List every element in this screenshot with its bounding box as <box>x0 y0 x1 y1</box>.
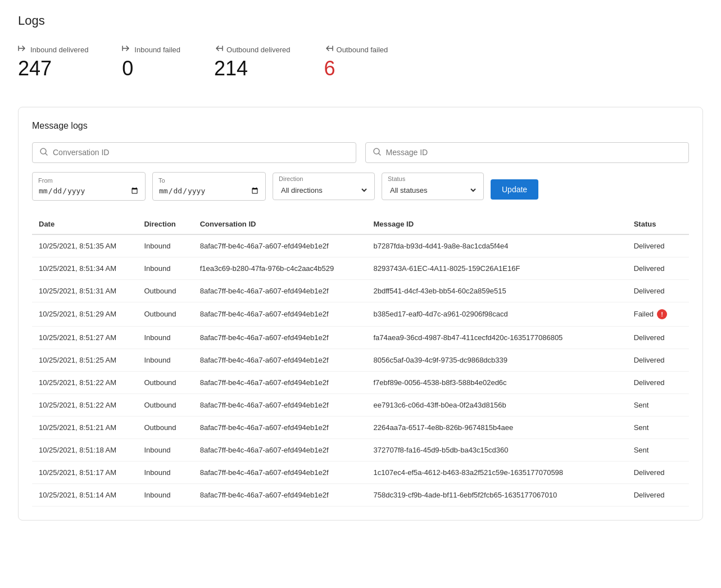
table-row: 10/25/2021, 8:51:17 AMInbound8afac7ff-be… <box>32 461 689 483</box>
cell-msg-id: 2264aa7a-6517-4e8b-826b-9674815b4aee <box>367 416 627 438</box>
cell-date: 10/25/2021, 8:51:25 AM <box>32 349 137 371</box>
message-id-search-box <box>365 142 690 163</box>
table-row: 10/25/2021, 8:51:34 AMInboundf1ea3c69-b2… <box>32 257 689 279</box>
table-row: 10/25/2021, 8:51:22 AMOutbound8afac7ff-b… <box>32 393 689 416</box>
cell-direction: Outbound <box>137 371 193 393</box>
cell-status: Failed! <box>627 302 689 326</box>
cell-msg-id: 8056c5af-0a39-4c9f-9735-dc9868dcb339 <box>367 349 627 371</box>
cell-msg-id: 1c107ec4-ef5a-4612-b463-83a2f521c59e-163… <box>367 461 627 483</box>
outbound-delivered-icon <box>214 44 223 55</box>
cell-direction: Outbound <box>137 416 193 438</box>
cell-conv-id: 8afac7ff-be4c-46a7-a607-efd494eb1e2f <box>193 416 367 438</box>
status-text: Failed <box>634 310 654 318</box>
cell-status: Delivered <box>627 461 689 483</box>
failed-icon: ! <box>657 309 667 319</box>
stat-inbound-failed-label: Inbound failed <box>134 46 180 54</box>
cell-direction: Inbound <box>137 461 193 483</box>
stat-outbound-delivered-label: Outbound delivered <box>226 46 290 54</box>
stat-outbound-failed: Outbound failed 6 <box>324 44 388 80</box>
cell-status: Delivered <box>627 234 689 257</box>
stat-inbound-delivered: Inbound delivered 247 <box>18 44 88 80</box>
status-field: Status All statuses Delivered Failed Sen… <box>382 173 484 200</box>
cell-date: 10/25/2021, 8:51:27 AM <box>32 326 137 349</box>
cell-msg-id: 758dc319-cf9b-4ade-bf11-6ebf5f2fcb65-163… <box>367 483 627 506</box>
cell-status: Delivered <box>627 371 689 393</box>
stats-row: Inbound delivered 247 Inbound failed 0 <box>18 44 703 89</box>
direction-field: Direction All directions Inbound Outboun… <box>273 173 375 200</box>
cell-date: 10/25/2021, 8:51:31 AM <box>32 279 137 302</box>
message-id-input[interactable] <box>386 148 682 157</box>
status-select[interactable]: All statuses Delivered Failed Sent <box>388 183 478 197</box>
cell-msg-id: fa74aea9-36cd-4987-8b47-411cecfd420c-163… <box>367 326 627 349</box>
message-search-icon <box>373 147 382 158</box>
cell-date: 10/25/2021, 8:51:22 AM <box>32 393 137 416</box>
table-header: Date Direction Conversation ID Message I… <box>32 214 689 234</box>
cell-msg-id: ee7913c6-c06d-43ff-b0ea-0f2a43d8156b <box>367 393 627 416</box>
col-header-status: Status <box>627 214 689 234</box>
table-row: 10/25/2021, 8:51:27 AMInbound8afac7ff-be… <box>32 326 689 349</box>
direction-select[interactable]: All directions Inbound Outbound <box>279 183 369 197</box>
cell-conv-id: f1ea3c69-b280-47fa-976b-c4c2aac4b529 <box>193 257 367 279</box>
from-date-input[interactable] <box>38 186 139 196</box>
table-row: 10/25/2021, 8:51:31 AMOutbound8afac7ff-b… <box>32 279 689 302</box>
cell-direction: Outbound <box>137 279 193 302</box>
table-row: 10/25/2021, 8:51:29 AMOutbound8afac7ff-b… <box>32 302 689 326</box>
cell-msg-id: f7ebf89e-0056-4538-b8f3-588b4e02ed6c <box>367 371 627 393</box>
inbound-failed-icon <box>122 44 131 55</box>
stat-outbound-delivered-value: 214 <box>214 57 290 80</box>
table-row: 10/25/2021, 8:51:14 AMInbound8afac7ff-be… <box>32 483 689 506</box>
col-header-date: Date <box>32 214 137 234</box>
update-button[interactable]: Update <box>491 179 538 200</box>
cell-msg-id: 372707f8-fa16-45d9-b5db-ba43c15cd360 <box>367 438 627 461</box>
table-row: 10/25/2021, 8:51:18 AMInbound8afac7ff-be… <box>32 438 689 461</box>
cell-date: 10/25/2021, 8:51:18 AM <box>32 438 137 461</box>
stat-outbound-failed-label: Outbound failed <box>337 46 388 54</box>
to-label: To <box>158 177 260 184</box>
cell-status: Delivered <box>627 483 689 506</box>
cell-conv-id: 8afac7ff-be4c-46a7-a607-efd494eb1e2f <box>193 483 367 506</box>
stat-inbound-delivered-label: Inbound delivered <box>30 46 88 54</box>
table-row: 10/25/2021, 8:51:35 AMInbound8afac7ff-be… <box>32 234 689 257</box>
page-title: Logs <box>18 13 703 28</box>
filters-row: From To Direction All directions Inbound… <box>32 172 689 201</box>
message-logs-table: Date Direction Conversation ID Message I… <box>32 214 689 506</box>
stat-outbound-failed-value: 6 <box>324 57 388 80</box>
cell-msg-id: b7287fda-b93d-4d41-9a8e-8ac1cda5f4e4 <box>367 234 627 257</box>
cell-direction: Inbound <box>137 257 193 279</box>
cell-date: 10/25/2021, 8:51:14 AM <box>32 483 137 506</box>
cell-date: 10/25/2021, 8:51:34 AM <box>32 257 137 279</box>
cell-status: Delivered <box>627 257 689 279</box>
cell-direction: Inbound <box>137 438 193 461</box>
cell-conv-id: 8afac7ff-be4c-46a7-a607-efd494eb1e2f <box>193 326 367 349</box>
cell-direction: Inbound <box>137 326 193 349</box>
conversation-id-input[interactable] <box>53 148 349 157</box>
cell-conv-id: 8afac7ff-be4c-46a7-a607-efd494eb1e2f <box>193 302 367 326</box>
cell-msg-id: 2bdff541-d4cf-43eb-bb54-60c2a859e515 <box>367 279 627 302</box>
cell-status: Sent <box>627 438 689 461</box>
cell-status: Delivered <box>627 349 689 371</box>
cell-conv-id: 8afac7ff-be4c-46a7-a607-efd494eb1e2f <box>193 234 367 257</box>
inbound-delivered-icon <box>18 44 27 55</box>
cell-date: 10/25/2021, 8:51:29 AM <box>32 302 137 326</box>
cell-date: 10/25/2021, 8:51:17 AM <box>32 461 137 483</box>
table-row: 10/25/2021, 8:51:21 AMOutbound8afac7ff-b… <box>32 416 689 438</box>
cell-conv-id: 8afac7ff-be4c-46a7-a607-efd494eb1e2f <box>193 349 367 371</box>
col-header-msg-id: Message ID <box>367 214 627 234</box>
card-title: Message logs <box>32 121 689 131</box>
to-date-input[interactable] <box>158 186 260 196</box>
cell-direction: Outbound <box>137 393 193 416</box>
col-header-direction: Direction <box>137 214 193 234</box>
cell-status: Delivered <box>627 279 689 302</box>
table-body: 10/25/2021, 8:51:35 AMInbound8afac7ff-be… <box>32 234 689 506</box>
cell-status: Sent <box>627 416 689 438</box>
table-row: 10/25/2021, 8:51:25 AMInbound8afac7ff-be… <box>32 349 689 371</box>
cell-direction: Inbound <box>137 483 193 506</box>
message-logs-card: Message logs <box>18 107 703 521</box>
cell-direction: Inbound <box>137 349 193 371</box>
cell-direction: Outbound <box>137 302 193 326</box>
cell-status: Sent <box>627 393 689 416</box>
cell-status: Delivered <box>627 326 689 349</box>
from-date-field: From <box>32 172 146 201</box>
cell-conv-id: 8afac7ff-be4c-46a7-a607-efd494eb1e2f <box>193 461 367 483</box>
table-row: 10/25/2021, 8:51:22 AMOutbound8afac7ff-b… <box>32 371 689 393</box>
